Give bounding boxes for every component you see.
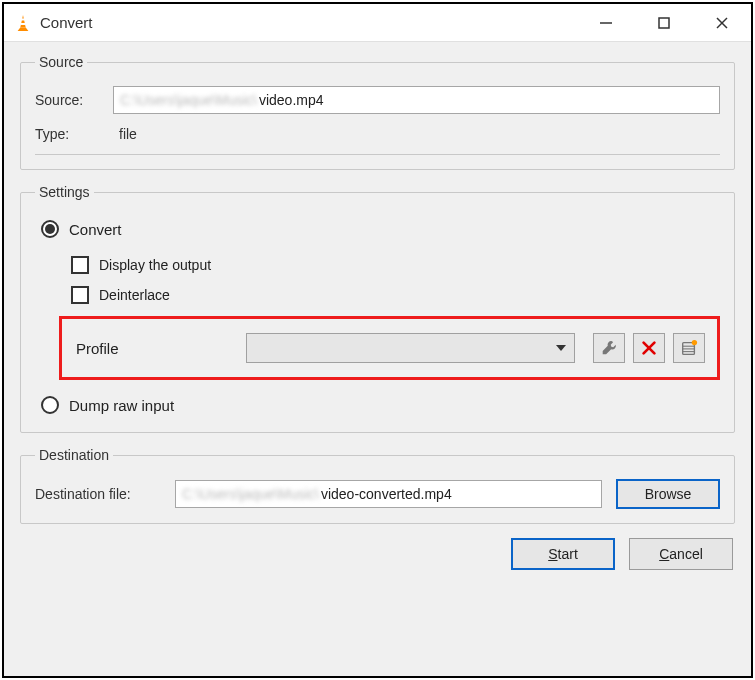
profile-select[interactable]: [246, 333, 575, 363]
destination-label: Destination file:: [35, 486, 175, 502]
svg-rect-5: [659, 18, 669, 28]
deinterlace-label: Deinterlace: [99, 287, 170, 303]
dump-radio-label: Dump raw input: [69, 397, 174, 414]
type-label: Type:: [35, 126, 113, 142]
display-output-checkbox[interactable]: [71, 256, 89, 274]
browse-button[interactable]: Browse: [616, 479, 720, 509]
deinterlace-row[interactable]: Deinterlace: [71, 286, 720, 304]
svg-marker-0: [20, 14, 25, 27]
svg-rect-2: [21, 23, 26, 25]
display-output-label: Display the output: [99, 257, 211, 273]
convert-radio-row[interactable]: Convert: [41, 220, 720, 238]
client-area: Source Source: C:\Users\jaque\Music\ vid…: [4, 42, 751, 676]
destination-path-prefix: C:\Users\jaque\Music\: [182, 486, 319, 502]
close-icon: [715, 16, 729, 30]
minimize-button[interactable]: [577, 4, 635, 41]
settings-group-label: Settings: [35, 184, 94, 200]
source-group-label: Source: [35, 54, 87, 70]
delete-profile-button[interactable]: [633, 333, 665, 363]
type-row: Type: file: [35, 126, 720, 142]
minimize-icon: [599, 16, 613, 30]
new-profile-button[interactable]: [673, 333, 705, 363]
cancel-button[interactable]: Cancel: [629, 538, 733, 570]
convert-radio[interactable]: [41, 220, 59, 238]
convert-dialog: Convert Source Source: C:\Users\jaque\Mu…: [2, 2, 753, 678]
start-button[interactable]: Start: [511, 538, 615, 570]
profile-row: Profile: [59, 316, 720, 380]
svg-rect-1: [21, 18, 24, 20]
destination-group-label: Destination: [35, 447, 113, 463]
convert-radio-label: Convert: [69, 221, 122, 238]
window-title: Convert: [40, 14, 577, 31]
svg-marker-3: [18, 27, 29, 31]
window-controls: [577, 4, 751, 41]
maximize-button[interactable]: [635, 4, 693, 41]
close-button[interactable]: [693, 4, 751, 41]
new-profile-icon: [680, 339, 698, 357]
delete-icon: [640, 339, 658, 357]
type-value: file: [113, 126, 137, 142]
source-path-visible: video.mp4: [259, 92, 324, 108]
maximize-icon: [657, 16, 671, 30]
source-separator: [35, 154, 720, 155]
source-path-prefix: C:\Users\jaque\Music\: [120, 92, 257, 108]
dump-radio-row[interactable]: Dump raw input: [41, 396, 720, 414]
source-input[interactable]: C:\Users\jaque\Music\ video.mp4: [113, 86, 720, 114]
chevron-down-icon: [556, 345, 566, 351]
dump-radio[interactable]: [41, 396, 59, 414]
destination-path-visible: video-converted.mp4: [321, 486, 452, 502]
browse-button-label: Browse: [645, 486, 692, 502]
destination-input[interactable]: C:\Users\jaque\Music\ video-converted.mp…: [175, 480, 602, 508]
start-button-label: Start: [548, 546, 578, 562]
profile-label: Profile: [76, 340, 246, 357]
wrench-icon: [600, 339, 618, 357]
settings-group: Settings Convert Display the output Dein…: [20, 184, 735, 433]
destination-row: Destination file: C:\Users\jaque\Music\ …: [35, 479, 720, 509]
destination-group: Destination Destination file: C:\Users\j…: [20, 447, 735, 524]
display-output-row[interactable]: Display the output: [71, 256, 720, 274]
deinterlace-checkbox[interactable]: [71, 286, 89, 304]
edit-profile-button[interactable]: [593, 333, 625, 363]
cancel-button-label: Cancel: [659, 546, 703, 562]
source-group: Source Source: C:\Users\jaque\Music\ vid…: [20, 54, 735, 170]
source-row: Source: C:\Users\jaque\Music\ video.mp4: [35, 86, 720, 114]
titlebar: Convert: [4, 4, 751, 42]
svg-point-14: [692, 340, 697, 345]
source-label: Source:: [35, 92, 113, 108]
dialog-footer: Start Cancel: [20, 538, 735, 570]
vlc-app-icon: [14, 14, 32, 32]
